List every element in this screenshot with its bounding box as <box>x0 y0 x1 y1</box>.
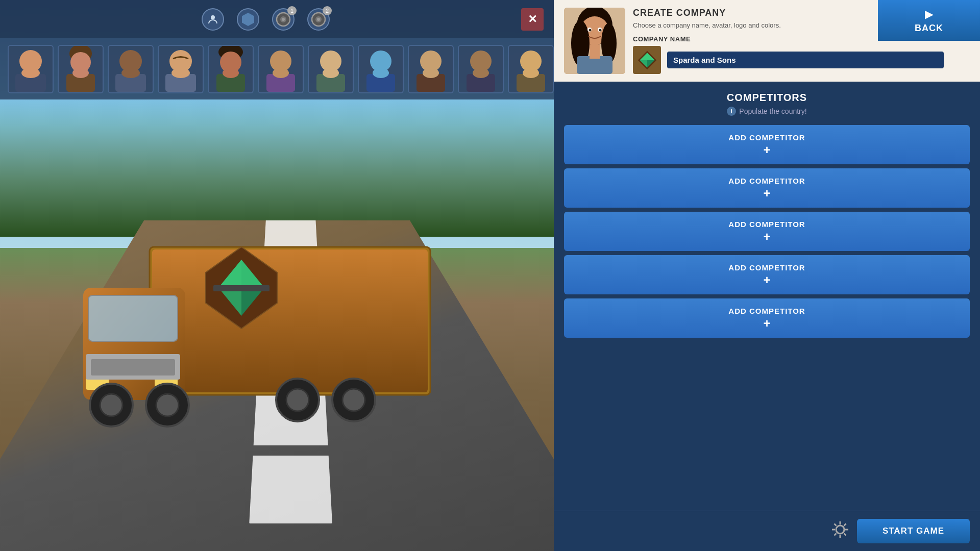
svg-point-16 <box>100 394 122 416</box>
svg-point-73 <box>589 29 592 32</box>
avatar-svg-2 <box>60 46 101 92</box>
avatar-face-3 <box>109 46 153 92</box>
add-competitor-btn-3[interactable]: ADD COMPETITOR + <box>564 212 970 251</box>
svg-rect-20 <box>91 359 175 375</box>
avatar-svg-8 <box>360 46 401 92</box>
avatar-face-8 <box>359 46 403 92</box>
avatar-svg-5 <box>210 46 251 92</box>
avatar-svg-3 <box>110 46 151 92</box>
add-competitor-plus-4: + <box>763 274 770 286</box>
avatar-3[interactable] <box>108 45 154 93</box>
add-competitor-label-5: ADD COMPETITOR <box>728 307 805 315</box>
svg-line-86 <box>844 523 846 525</box>
competitors-subtitle: i Populate the country! <box>564 107 970 116</box>
person-icon <box>207 13 219 26</box>
svg-rect-70 <box>590 44 600 59</box>
road-line <box>249 456 332 524</box>
svg-rect-69 <box>577 56 612 74</box>
add-competitor-plus-1: + <box>763 144 770 156</box>
svg-point-8 <box>286 389 309 411</box>
avatar-svg-9 <box>410 46 451 92</box>
top-nav-bar: 1 2 ✕ <box>0 0 554 38</box>
close-icon: ✕ <box>528 13 537 26</box>
company-logo-box <box>633 46 944 74</box>
nav-icons: 1 2 <box>10 8 521 31</box>
tire1-nav-icon[interactable]: 1 <box>272 8 295 31</box>
svg-point-63 <box>523 68 539 78</box>
add-competitor-btn-2[interactable]: ADD COMPETITOR + <box>564 168 970 208</box>
tire2-badge: 2 <box>323 6 332 15</box>
back-arrow-icon: ▶ <box>925 8 934 21</box>
add-competitor-btn-4[interactable]: ADD COMPETITOR + <box>564 255 970 294</box>
settings-icon[interactable] <box>831 520 849 542</box>
avatar-5[interactable] <box>208 45 254 93</box>
avatar-svg-7 <box>310 46 351 92</box>
svg-line-84 <box>834 523 836 525</box>
avatar-row <box>0 38 554 99</box>
start-game-button[interactable]: START GAME <box>857 519 970 543</box>
avatar-9[interactable] <box>408 45 454 93</box>
svg-point-21 <box>211 15 215 19</box>
svg-point-35 <box>72 68 89 78</box>
avatar-6[interactable] <box>258 45 304 93</box>
avatar-svg-11 <box>510 46 551 92</box>
avatar-face-10 <box>459 46 503 92</box>
truck-svg <box>83 186 440 441</box>
svg-point-48 <box>273 68 289 78</box>
company-avatar <box>564 8 625 74</box>
svg-rect-12 <box>88 295 178 341</box>
add-competitor-label-4: ADD COMPETITOR <box>728 263 805 272</box>
add-competitor-btn-1[interactable]: ADD COMPETITOR + <box>564 125 970 164</box>
svg-marker-22 <box>242 13 254 26</box>
avatar-face-2 <box>59 46 103 92</box>
gear-icon <box>831 520 849 539</box>
company-name-input[interactable] <box>667 52 944 68</box>
avatar-face-6 <box>259 46 303 92</box>
tire2-nav-icon[interactable]: 2 <box>307 8 330 31</box>
company-logo <box>633 46 661 74</box>
avatar-2[interactable] <box>58 45 104 93</box>
svg-point-31 <box>21 68 40 78</box>
svg-point-45 <box>223 68 239 78</box>
svg-point-74 <box>599 29 602 32</box>
add-competitor-btn-5[interactable]: ADD COMPETITOR + <box>564 298 970 338</box>
competitors-header: COMPETITORS i Populate the country! <box>554 89 980 121</box>
avatar-10[interactable] <box>458 45 504 93</box>
truck <box>83 186 440 441</box>
info-icon: i <box>727 107 736 116</box>
svg-point-79 <box>836 525 844 534</box>
avatar-8[interactable] <box>358 45 404 93</box>
avatar-face-11 <box>509 46 553 92</box>
back-label: BACK <box>915 23 943 34</box>
add-competitor-label-2: ADD COMPETITOR <box>728 177 805 185</box>
right-panel: ▶ BACK <box>554 0 980 551</box>
hex-nav-icon[interactable] <box>237 8 259 31</box>
avatar-11[interactable] <box>508 45 554 93</box>
competitors-section: COMPETITORS i Populate the country! ADD … <box>554 82 980 511</box>
avatar-svg-1 <box>10 46 51 92</box>
person-nav-icon[interactable] <box>202 8 224 31</box>
svg-point-41 <box>172 68 190 78</box>
close-button[interactable]: ✕ <box>521 8 544 31</box>
svg-point-51 <box>323 68 339 78</box>
svg-point-57 <box>423 68 439 78</box>
start-game-label: START GAME <box>883 526 944 536</box>
tire1-badge: 1 <box>287 6 297 15</box>
svg-point-60 <box>473 68 489 78</box>
add-competitor-label-1: ADD COMPETITOR <box>728 133 805 142</box>
svg-point-54 <box>373 68 389 78</box>
logo-svg <box>637 50 657 70</box>
bottom-bar: START GAME <box>554 511 980 551</box>
back-button[interactable]: ▶ BACK <box>878 0 980 41</box>
add-competitor-plus-2: + <box>763 187 770 199</box>
svg-point-38 <box>121 68 140 78</box>
avatar-7[interactable] <box>308 45 354 93</box>
svg-line-87 <box>834 533 836 535</box>
avatar-1[interactable] <box>8 45 54 93</box>
avatar-face-5 <box>209 46 253 92</box>
avatar-svg-4 <box>160 46 201 92</box>
svg-point-10 <box>342 389 365 411</box>
add-competitor-plus-3: + <box>763 231 770 243</box>
svg-rect-1 <box>152 249 428 392</box>
avatar-4[interactable] <box>158 45 204 93</box>
